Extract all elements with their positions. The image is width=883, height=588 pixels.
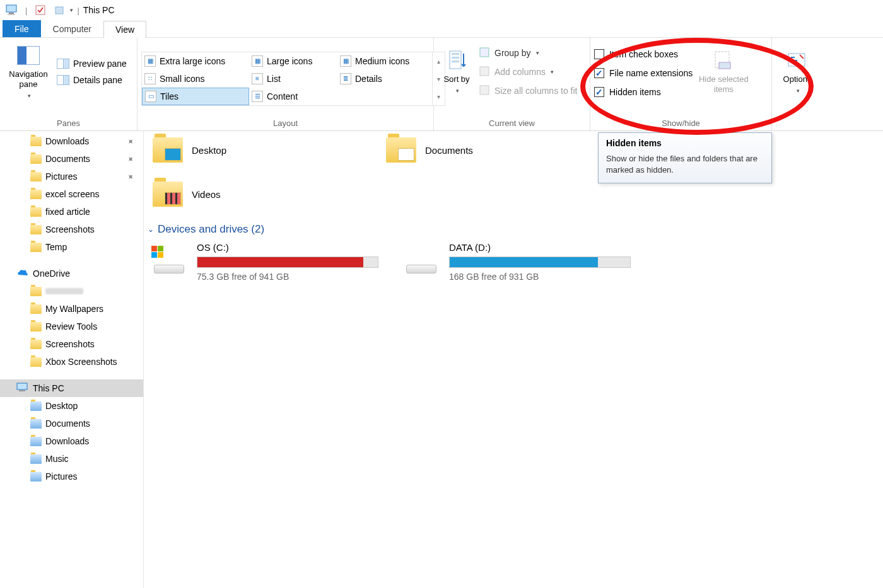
- separator: |: [77, 6, 79, 15]
- tile-videos[interactable]: Videos: [151, 178, 360, 210]
- groupby-button[interactable]: Group by▾: [479, 47, 578, 59]
- nav-item[interactable]: Documents✦: [0, 150, 143, 168]
- tab-computer[interactable]: Computer: [41, 20, 103, 37]
- hideselected-icon: [712, 49, 735, 72]
- folder-icon: [30, 322, 42, 331]
- nav-item[interactable]: [0, 282, 143, 300]
- nav-item[interactable]: Pictures✦: [0, 168, 143, 185]
- folder-icon: [30, 472, 42, 481]
- layout-opt-lg[interactable]: ▦Large icons: [249, 52, 337, 70]
- nav-item[interactable]: Review Tools: [0, 318, 143, 335]
- nav-item[interactable]: Downloads: [0, 432, 143, 450]
- svg-rect-10: [480, 67, 489, 76]
- folder-icon: [30, 304, 42, 314]
- group-showhide: Item check boxes File name extensions Hi…: [590, 38, 772, 130]
- nav-onedrive[interactable]: OneDrive: [0, 265, 143, 282]
- layout-opt-details[interactable]: ≣Details: [337, 70, 432, 88]
- hideselected-button: Hide selected items: [696, 40, 751, 103]
- details-pane-label: Details pane: [73, 75, 122, 85]
- nav-item[interactable]: Music: [0, 450, 143, 468]
- qat-dropdown[interactable]: ▾: [70, 7, 73, 13]
- ribbon-tabs: File Computer View: [0, 20, 883, 38]
- drive-name: OS (C:): [197, 242, 378, 253]
- tile-documents[interactable]: Documents: [385, 134, 593, 166]
- properties-quick-icon[interactable]: [33, 3, 47, 17]
- layout-opt-sm[interactable]: ∷Small icons: [142, 70, 249, 88]
- title-bar: | ▾ | This PC: [0, 0, 883, 20]
- nav-item[interactable]: Screenshots: [0, 335, 143, 353]
- group-options: Options ▾: [772, 38, 822, 130]
- drive-free-text: 168 GB free of 931 GB: [449, 272, 631, 282]
- tab-view[interactable]: View: [103, 21, 146, 38]
- drive-name: DATA (D:): [449, 242, 631, 253]
- folder-icon: [30, 154, 42, 164]
- svg-rect-13: [719, 62, 730, 69]
- layout-opt-xl[interactable]: ▦Extra large icons: [142, 52, 249, 70]
- folder-icon: [30, 419, 42, 429]
- itemcheckboxes-checkbox[interactable]: Item check boxes: [594, 49, 693, 59]
- svg-rect-11: [480, 86, 489, 95]
- folder-icon: [30, 437, 42, 446]
- svg-rect-7: [452, 57, 459, 59]
- details-pane-button[interactable]: Details pane: [57, 75, 127, 85]
- folder-icon: [30, 225, 42, 234]
- group-layout: ▦Extra large icons ▦Large icons ▦Medium …: [137, 38, 434, 130]
- nav-item[interactable]: Documents: [0, 415, 143, 432]
- options-button[interactable]: Options ▾: [776, 40, 819, 103]
- drives-row: OS (C:)75.3 GB free of 941 GBDATA (D:)16…: [151, 242, 875, 282]
- preview-pane-button[interactable]: Preview pane: [57, 59, 127, 69]
- drive-icon: [404, 246, 440, 274]
- tab-file[interactable]: File: [3, 20, 41, 37]
- fileextensions-checkbox[interactable]: File name extensions: [594, 68, 693, 78]
- chevron-down-icon: ⌄: [148, 225, 154, 234]
- folder-icon: [30, 172, 42, 182]
- layout-opt-list[interactable]: ≡List: [249, 70, 337, 88]
- svg-rect-4: [56, 7, 63, 14]
- explorer-body: Downloads✦Documents✦Pictures✦excel scree…: [0, 131, 883, 588]
- svg-rect-1: [9, 13, 14, 14]
- svg-rect-16: [19, 390, 25, 391]
- nav-item[interactable]: Xbox Screenshots: [0, 353, 143, 371]
- tile-desktop[interactable]: Desktop: [151, 134, 360, 166]
- drive-tile[interactable]: DATA (D:)168 GB free of 931 GB: [404, 242, 631, 282]
- folder-icon: [30, 454, 42, 464]
- nav-item[interactable]: Screenshots: [0, 221, 143, 238]
- addcolumns-button: Add columns▾: [479, 66, 578, 78]
- hiddenitems-checkbox[interactable]: Hidden items: [594, 87, 693, 97]
- navigation-pane-label: Navigation pane: [4, 69, 53, 90]
- nav-thispc[interactable]: This PC: [0, 379, 143, 397]
- svg-rect-15: [17, 383, 27, 389]
- devices-group-header[interactable]: ⌄ Devices and drives (2): [148, 223, 875, 236]
- options-label: Options: [783, 74, 812, 84]
- content-pane[interactable]: Desktop Documents Pictures Videos ⌄ Devi…: [144, 131, 883, 588]
- sortby-label: Sort by: [443, 74, 469, 84]
- drive-icon: [151, 246, 188, 274]
- layout-opt-md[interactable]: ▦Medium icons: [337, 52, 432, 70]
- nav-item[interactable]: Downloads✦: [0, 132, 143, 150]
- group-currentview-label: Current view: [438, 117, 586, 129]
- svg-rect-17: [151, 246, 157, 251]
- preview-pane-label: Preview pane: [73, 59, 127, 69]
- folder-icon: [30, 357, 42, 367]
- nav-item[interactable]: Pictures: [0, 468, 143, 485]
- navigation-pane-button[interactable]: Navigation pane▾: [4, 40, 53, 103]
- svg-rect-6: [452, 53, 459, 55]
- folder-icon: [30, 287, 42, 296]
- folder-icon: [30, 340, 42, 349]
- layout-opt-content[interactable]: ☰Content: [249, 88, 337, 105]
- newfolder-quick-icon[interactable]: [52, 3, 66, 17]
- nav-item[interactable]: Desktop: [0, 397, 143, 415]
- sortby-icon: [445, 49, 468, 72]
- layout-opt-tiles[interactable]: ▭Tiles: [142, 88, 249, 105]
- nav-item[interactable]: My Wallpapers: [0, 300, 143, 318]
- drive-tile[interactable]: OS (C:)75.3 GB free of 941 GB: [151, 242, 378, 282]
- group-currentview: Sort by▾ Group by▾ Add columns▾ Size all…: [434, 38, 590, 130]
- layout-gallery[interactable]: ▦Extra large icons ▦Large icons ▦Medium …: [141, 52, 445, 106]
- nav-item[interactable]: Temp: [0, 238, 143, 256]
- sortby-button[interactable]: Sort by▾: [438, 40, 476, 103]
- svg-rect-19: [151, 252, 157, 258]
- nav-item[interactable]: excel screens: [0, 185, 143, 203]
- options-icon: [786, 49, 809, 72]
- nav-item[interactable]: fixed article: [0, 203, 143, 221]
- nav-tree[interactable]: Downloads✦Documents✦Pictures✦excel scree…: [0, 131, 144, 588]
